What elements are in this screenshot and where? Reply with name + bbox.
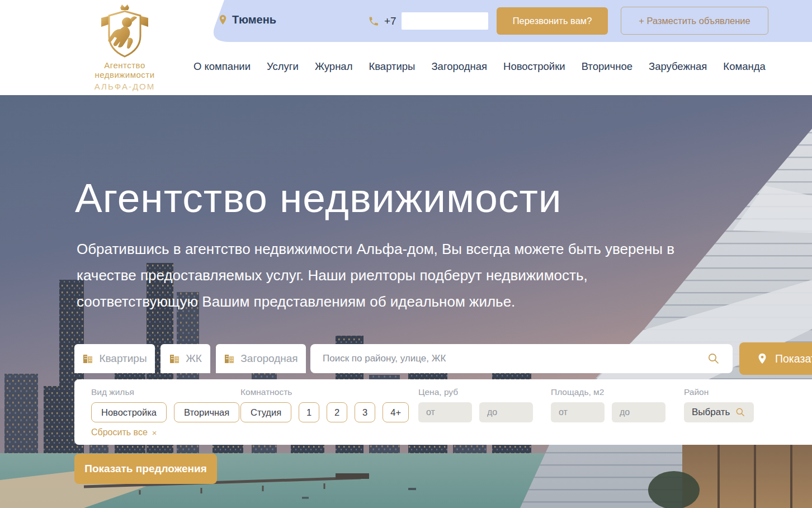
rooms-2-button[interactable]: 2 bbox=[327, 402, 347, 422]
nav-item-secondary[interactable]: Вторичное bbox=[582, 60, 632, 73]
nav-item-services[interactable]: Услуги bbox=[267, 60, 299, 73]
filter-rooms: Комнатность Студия 1 2 3 4+ bbox=[240, 387, 409, 422]
show-button[interactable]: Показать bbox=[739, 342, 812, 375]
tab-apartments-label: Квартиры bbox=[99, 352, 147, 365]
phone-block: +7 bbox=[368, 12, 488, 30]
lion-crest-icon bbox=[91, 3, 158, 59]
filter-area: Площадь, м2 bbox=[551, 387, 665, 422]
tab-residential-complex[interactable]: ЖК bbox=[160, 344, 210, 373]
logo[interactable]: Агентство недвижимости АЛЬФА-ДОМ bbox=[74, 3, 175, 92]
district-select-button[interactable]: Выбрать bbox=[684, 402, 754, 422]
nav-item-about[interactable]: О компании bbox=[193, 60, 251, 73]
search-icon bbox=[735, 407, 746, 418]
rooms-3-button[interactable]: 3 bbox=[355, 402, 375, 422]
housing-type-secondary-button[interactable]: Вторичная bbox=[174, 402, 239, 422]
building-icon bbox=[82, 353, 93, 364]
close-icon: × bbox=[152, 428, 157, 438]
reset-all-label: Сбросить все bbox=[91, 427, 148, 438]
nav-item-team[interactable]: Команда bbox=[723, 60, 765, 73]
price-label: Цена, руб bbox=[418, 387, 533, 397]
housing-type-label: Вид жилья bbox=[91, 387, 239, 397]
show-button-label: Показать bbox=[775, 352, 812, 365]
filter-price: Цена, руб bbox=[418, 387, 533, 422]
tab-residential-complex-label: ЖК bbox=[186, 352, 202, 365]
district-select-label: Выбрать bbox=[692, 407, 730, 418]
search-field-wrap bbox=[310, 344, 733, 373]
building-icon bbox=[169, 353, 180, 364]
hero-section: Агентство недвижимости Обратившись в аге… bbox=[0, 95, 812, 508]
alfa-dom-homepage: Агентство недвижимости Обратившись в аге… bbox=[0, 0, 812, 508]
location-pin-icon bbox=[218, 14, 228, 26]
main-nav: О компании Услуги Журнал Квартиры Загоро… bbox=[193, 60, 812, 73]
logo-text-line2: АЛЬФА-ДОМ bbox=[74, 82, 175, 91]
filter-housing-type: Вид жилья Новостройка Вторичная bbox=[91, 387, 239, 422]
location-pin-icon bbox=[756, 352, 768, 365]
tab-apartments[interactable]: Квартиры bbox=[74, 344, 155, 373]
nav-item-journal[interactable]: Журнал bbox=[315, 60, 353, 73]
rooms-studio-button[interactable]: Студия bbox=[240, 402, 291, 422]
site-header: Тюмень +7 Перезвонить вам? + Разместить … bbox=[0, 0, 812, 95]
price-to-input[interactable] bbox=[479, 402, 533, 422]
search-input[interactable] bbox=[310, 344, 733, 373]
nav-item-apartments[interactable]: Квартиры bbox=[369, 60, 415, 73]
area-label: Площадь, м2 bbox=[551, 387, 665, 397]
hero-description: Обратившись в агентство недвижимости Аль… bbox=[77, 236, 709, 315]
post-ad-button[interactable]: + Разместить объявление bbox=[621, 7, 768, 35]
price-from-input[interactable] bbox=[418, 402, 472, 422]
area-from-input[interactable] bbox=[551, 402, 605, 422]
phone-input[interactable] bbox=[402, 12, 488, 30]
nav-item-suburban[interactable]: Загородная bbox=[431, 60, 487, 73]
housing-type-new-button[interactable]: Новостройка bbox=[91, 402, 167, 422]
phone-icon bbox=[368, 16, 379, 27]
reset-all-link[interactable]: Сбросить все × bbox=[91, 427, 157, 438]
show-offers-button[interactable]: Показать предложения bbox=[74, 454, 217, 484]
nav-item-foreign[interactable]: Зарубежная bbox=[649, 60, 707, 73]
search-icon[interactable] bbox=[707, 352, 720, 365]
logo-text-line1: Агентство недвижимости bbox=[74, 60, 175, 79]
rooms-4plus-button[interactable]: 4+ bbox=[383, 402, 409, 422]
callback-button[interactable]: Перезвонить вам? bbox=[497, 7, 608, 35]
district-label: Район bbox=[684, 387, 754, 397]
phone-prefix: +7 bbox=[384, 15, 396, 27]
rooms-1-button[interactable]: 1 bbox=[299, 402, 319, 422]
tab-suburban-label: Загородная bbox=[240, 352, 298, 365]
tab-suburban[interactable]: Загородная bbox=[216, 344, 306, 373]
nav-item-newbuildings[interactable]: Новостройки bbox=[503, 60, 565, 73]
filters-panel: Вид жилья Новостройка Вторичная Комнатно… bbox=[74, 379, 812, 445]
area-to-input[interactable] bbox=[612, 402, 665, 422]
city-name: Тюмень bbox=[232, 13, 276, 26]
city-selector[interactable]: Тюмень bbox=[218, 13, 276, 26]
rooms-label: Комнатность bbox=[240, 387, 409, 397]
page-title: Агентство недвижимости bbox=[75, 175, 562, 221]
building-icon bbox=[224, 353, 235, 364]
filter-district: Район Выбрать bbox=[684, 387, 754, 422]
